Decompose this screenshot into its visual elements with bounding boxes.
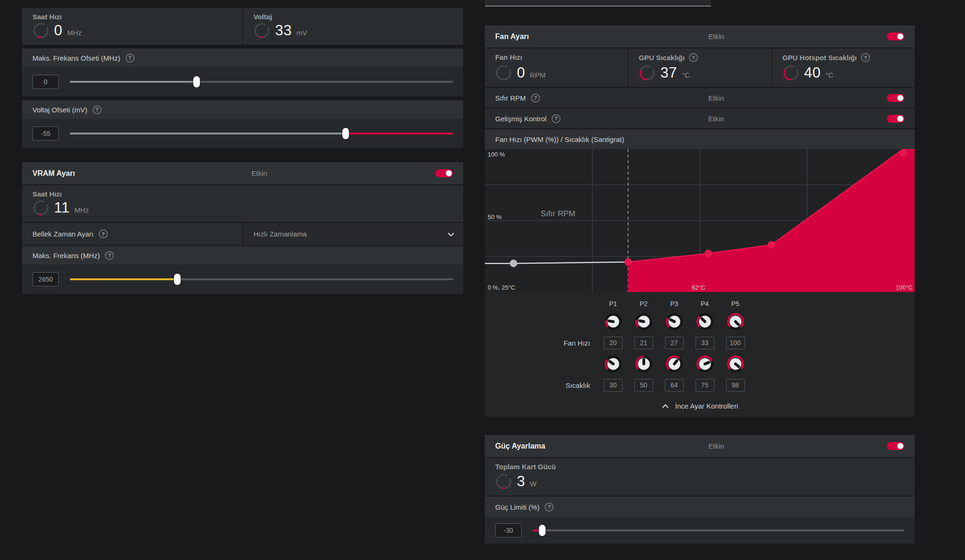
vram-section-header: VRAM Ayarı Etkin [22, 162, 463, 184]
help-icon[interactable]: ? [689, 53, 698, 62]
fan-gauges-card: Fan Hızı 0 RPM GPU Sıcaklığı ? 37 °C GPU… [485, 48, 915, 87]
fan-toggle[interactable] [887, 32, 904, 40]
slider-handle[interactable] [193, 76, 200, 87]
memory-timing-dropdown[interactable]: Hızlı Zamanlama [242, 223, 463, 245]
vram-max-freq-slider[interactable] [70, 273, 453, 285]
advanced-control-status: Etkin [708, 115, 724, 123]
help-icon[interactable]: ? [545, 503, 554, 512]
slider-handle[interactable] [539, 525, 546, 536]
fan-speed-label: Fan Hızı [495, 53, 617, 61]
power-limit-row [485, 517, 915, 544]
fan-value-p4[interactable]: 33 [696, 337, 714, 349]
max-freq-offset-input[interactable] [32, 75, 59, 89]
fan-value-p2[interactable]: 21 [634, 337, 653, 349]
voltage-offset-label: Voltaj Ofseti (mV) [32, 106, 87, 114]
temp-value-p2[interactable]: 50 [634, 379, 653, 392]
temp-value-p3[interactable]: 64 [665, 379, 684, 392]
power-limit-input[interactable] [495, 523, 522, 537]
temp-value-p5[interactable]: 98 [726, 379, 745, 392]
power-limit-slider[interactable] [533, 524, 904, 536]
fan-value-p5[interactable]: 100 [726, 337, 745, 349]
vram-toggle[interactable] [435, 169, 453, 177]
fan-value-p3[interactable]: 27 [665, 337, 684, 349]
memory-timing-header: Bellek Zaman Ayarı ? [22, 223, 242, 245]
gpu-clock-unit: MHz [67, 25, 82, 37]
fan-knob-p1[interactable] [604, 313, 622, 331]
zero-rpm-toggle[interactable] [887, 94, 904, 102]
gpu-temp-tile: GPU Sıcaklığı ? 37 °C [628, 48, 771, 87]
gpu-clock-tile: Saat Hızı 0 MHz [22, 8, 242, 45]
fine-tuning-expander[interactable]: İnce Ayar Kontrolleri [485, 394, 915, 417]
help-icon[interactable]: ? [126, 54, 134, 63]
hotspot-temp-gauge-icon [783, 64, 799, 81]
advanced-control-label: Gelişmiş Kontrol [495, 115, 546, 123]
temp-knob-p2[interactable] [635, 355, 653, 373]
vram-max-freq-input[interactable] [32, 272, 59, 286]
fan-speed-unit: RPM [530, 67, 546, 79]
gpu-temp-gauge-icon [639, 64, 656, 81]
gpu-voltage-gauge-icon [253, 22, 270, 39]
vram-status: Etkin [252, 169, 267, 177]
help-icon[interactable]: ? [861, 53, 870, 62]
gpu-temp-value: 37 [660, 64, 677, 81]
fan-speed-gauge-icon [495, 64, 512, 81]
gpu-voltage-value: 33 [275, 22, 292, 39]
fan-curve-chart[interactable]: 100 % 50 % 0 %, 25°C 62°C 100°C Sıfır RP… [485, 149, 915, 292]
gpu-clock-label: Saat Hızı [32, 13, 232, 21]
zero-rpm-label: Sıfır RPM [495, 94, 526, 102]
memory-timing-row: Bellek Zaman Ayarı ? Hızlı Zamanlama [22, 223, 463, 245]
point-header: P5 [720, 300, 751, 308]
gpu-temp-label: GPU Sıcaklığı [639, 54, 685, 62]
temp-knob-p3[interactable] [665, 355, 683, 373]
fan-knob-p3[interactable] [665, 313, 683, 331]
chevron-up-icon [662, 402, 669, 410]
help-icon[interactable]: ? [531, 94, 540, 103]
gpu-clock-value: 0 [54, 22, 63, 39]
fan-knob-p4[interactable] [696, 313, 714, 331]
help-icon[interactable]: ? [552, 114, 561, 123]
clipped-control-partial [485, 0, 711, 7]
temp-knob-p4[interactable] [696, 355, 714, 373]
slider-handle[interactable] [342, 128, 349, 139]
hotspot-temp-value: 40 [804, 64, 821, 81]
temp-value-p4[interactable]: 75 [696, 379, 714, 392]
vram-clock-unit: MHz [74, 202, 89, 214]
gpu-voltage-tile: Voltaj 33 mV [243, 8, 463, 45]
help-icon[interactable]: ? [99, 229, 108, 238]
max-freq-offset-row [22, 67, 463, 96]
temp-knob-p1[interactable] [604, 355, 622, 373]
vram-title: VRAM Ayarı [32, 169, 75, 178]
zero-rpm-row: Sıfır RPM ? Etkin [485, 88, 915, 108]
fan-speed-values-row: Fan Hızı 20 21 27 33 100 [485, 333, 915, 352]
fan-knob-p5[interactable] [727, 313, 744, 331]
max-freq-offset-slider[interactable] [70, 76, 453, 88]
total-power-value: 3 [517, 473, 525, 490]
gpu-voltage-label: Voltaj [253, 13, 453, 21]
slider-handle[interactable] [174, 274, 181, 285]
help-icon[interactable]: ? [93, 105, 102, 114]
vram-clock-label: Saat Hızı [32, 190, 453, 198]
vram-clock-card: Saat Hızı 11 MHz [22, 185, 463, 222]
voltage-offset-input[interactable] [32, 126, 59, 141]
vram-max-freq-header: Maks. Frekans (MHz) ? [22, 246, 463, 265]
gpu-tuning-column: Saat Hızı 0 MHz Voltaj 33 mV Maks. Freka… [22, 8, 463, 294]
vram-max-freq-row [22, 265, 463, 294]
fan-curve-header: Fan Hızı (PWM (%)) / Sıcaklık (Santigrat… [485, 129, 915, 149]
fan-knob-p2[interactable] [635, 313, 653, 331]
gpu-gauges-card: Saat Hızı 0 MHz Voltaj 33 mV [22, 8, 463, 45]
advanced-control-toggle[interactable] [887, 115, 904, 123]
power-toggle[interactable] [887, 442, 904, 450]
voltage-offset-slider[interactable] [70, 127, 453, 140]
temp-value-p1[interactable]: 30 [604, 379, 623, 392]
temp-knob-p5[interactable] [727, 355, 744, 373]
max-freq-offset-label: Maks. Frekans Ofseti (MHz) [32, 54, 120, 62]
temp-knobs-row [485, 352, 915, 376]
fan-value-p1[interactable]: 20 [604, 337, 623, 349]
fan-curve-svg[interactable] [485, 149, 915, 292]
power-limit-header: Güç Limiti (%) ? [485, 497, 915, 517]
zero-rpm-status: Etkin [708, 94, 724, 102]
fan-speed-value: 0 [517, 64, 525, 81]
temp-values-row: Sıcaklık 30 50 64 75 98 [485, 376, 915, 394]
help-icon[interactable]: ? [105, 251, 114, 260]
hotspot-temp-unit: °C [825, 67, 833, 79]
